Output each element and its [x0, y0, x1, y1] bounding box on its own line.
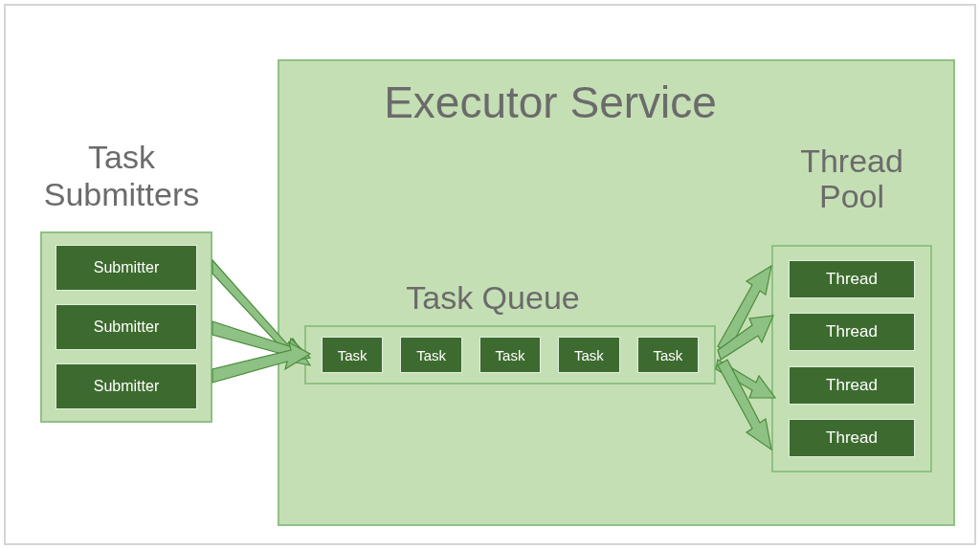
item-label: Task [653, 347, 682, 363]
thread-pool-container: Thread Thread Thread Thread [771, 245, 932, 472]
submitter-item: Submitter [56, 363, 197, 409]
thread-item: Thread [789, 313, 915, 351]
item-label: Thread [826, 270, 878, 289]
thread-item: Thread [789, 366, 915, 405]
task-submitters-heading: Task Submitters [11, 139, 232, 213]
task-item: Task [558, 337, 619, 373]
heading-text: Submitters [44, 176, 200, 212]
thread-pool-heading: Thread Pool [775, 143, 928, 215]
heading-text: Task [88, 139, 155, 175]
item-label: Submitter [94, 259, 159, 276]
task-queue-container: Task Task Task Task Task [304, 325, 716, 384]
task-item: Task [479, 337, 541, 373]
item-label: Task [416, 347, 446, 363]
item-label: Thread [826, 376, 878, 395]
submitter-item: Submitter [56, 304, 197, 350]
item-label: Task [338, 347, 368, 363]
item-label: Task [574, 347, 604, 363]
item-label: Thread [826, 322, 878, 341]
heading-text: Executor Service [384, 77, 717, 127]
heading-text: Thread [800, 143, 903, 179]
submitters-container: Submitter Submitter Submitter [40, 231, 212, 423]
submitter-item: Submitter [56, 245, 197, 291]
thread-item: Thread [789, 419, 915, 457]
thread-item: Thread [789, 260, 915, 298]
heading-text: Task Queue [406, 279, 579, 316]
item-label: Submitter [94, 378, 159, 395]
task-item: Task [400, 337, 461, 373]
task-queue-heading: Task Queue [368, 279, 617, 317]
executor-service-heading: Executor Service [301, 77, 799, 128]
task-item: Task [637, 337, 699, 373]
item-label: Submitter [94, 318, 159, 336]
task-item: Task [322, 337, 383, 373]
item-label: Task [496, 347, 525, 363]
heading-text: Pool [819, 178, 884, 214]
item-label: Thread [826, 428, 878, 448]
